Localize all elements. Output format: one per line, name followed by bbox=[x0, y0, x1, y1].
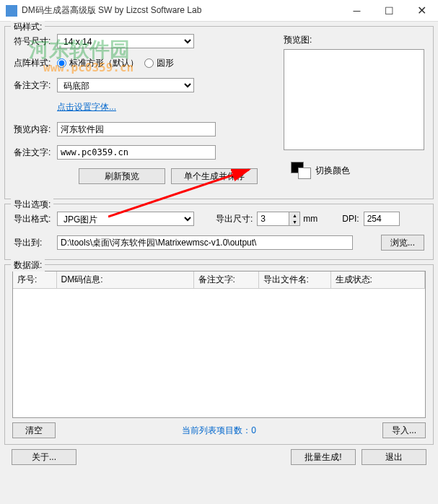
preview-content-label: 预览内容: bbox=[14, 123, 57, 136]
export-groupbox: 导出选项: 导出格式: JPG图片 导出尺寸: ▲▼ mm DPI: 导出到: … bbox=[4, 204, 434, 260]
size-spinner-buttons[interactable]: ▲▼ bbox=[289, 212, 300, 226]
radio-square[interactable]: 标准方形（默认） bbox=[57, 57, 139, 69]
remark-style-label: 备注文字: bbox=[14, 79, 57, 92]
export-format-select[interactable]: JPG图片 bbox=[57, 212, 194, 226]
remark-text-label: 备注文字: bbox=[14, 147, 57, 159]
remark-style-select[interactable]: 码底部 bbox=[57, 78, 194, 92]
export-size-label: 导出尺寸: bbox=[216, 213, 253, 225]
col-dm-info[interactable]: DM码信息: bbox=[56, 271, 193, 289]
preview-box bbox=[284, 49, 424, 150]
window-title: DM码生成器高级版 SW by Lizcst Software Lab bbox=[22, 4, 341, 17]
color-swap-control[interactable] bbox=[291, 162, 311, 179]
preview-content-input[interactable] bbox=[57, 122, 216, 136]
radio-round[interactable]: 圆形 bbox=[144, 57, 174, 69]
col-remark[interactable]: 备注文字: bbox=[193, 271, 258, 289]
dpi-input[interactable] bbox=[364, 212, 400, 226]
style-group-title: 码样式: bbox=[11, 21, 45, 33]
bottom-bar: 关于... 批量生成! 退出 bbox=[4, 449, 434, 465]
browse-button[interactable]: 浏览... bbox=[381, 235, 424, 251]
single-generate-button[interactable]: 单个生成并保存 bbox=[171, 168, 258, 184]
dpi-label: DPI: bbox=[342, 214, 359, 224]
radio-round-input[interactable] bbox=[144, 58, 154, 68]
size-unit-label: mm bbox=[303, 214, 317, 224]
clear-button[interactable]: 清空 bbox=[12, 422, 56, 438]
style-groupbox: 码样式: 预览图: 切换颜色 符号尺寸: 14 x 14 点阵样式: 标准方形（… bbox=[4, 26, 434, 199]
list-count-status: 当前列表项目数：0 bbox=[61, 425, 377, 437]
remark-text-input[interactable] bbox=[57, 145, 216, 160]
background-color-swatch bbox=[298, 168, 311, 179]
data-groupbox: 数据源: 序号: DM码信息: 备注文字: 导出文件名: 生成状态: 清空 当前… bbox=[4, 264, 434, 445]
symbol-size-select[interactable]: 14 x 14 bbox=[57, 34, 194, 48]
data-group-title: 数据源: bbox=[11, 259, 45, 271]
maximize-button[interactable]: ☐ bbox=[373, 0, 406, 22]
export-size-input[interactable] bbox=[257, 212, 289, 226]
exit-button[interactable]: 退出 bbox=[362, 449, 426, 465]
radio-square-input[interactable] bbox=[57, 58, 66, 68]
about-button[interactable]: 关于... bbox=[12, 449, 76, 465]
data-table[interactable]: 序号: DM码信息: 备注文字: 导出文件名: 生成状态: bbox=[12, 271, 426, 418]
col-filename[interactable]: 导出文件名: bbox=[258, 271, 330, 289]
dot-style-label: 点阵样式: bbox=[14, 57, 57, 69]
export-group-title: 导出选项: bbox=[11, 199, 53, 211]
preview-label: 预览图: bbox=[284, 34, 424, 46]
col-index[interactable]: 序号: bbox=[13, 271, 56, 289]
import-button[interactable]: 导入... bbox=[382, 422, 426, 438]
font-settings-link[interactable]: 点击设置字体... bbox=[57, 101, 116, 113]
preview-column: 预览图: 切换颜色 bbox=[284, 34, 424, 179]
titlebar: DM码生成器高级版 SW by Lizcst Software Lab ─ ☐ … bbox=[0, 0, 438, 22]
minimize-button[interactable]: ─ bbox=[341, 0, 373, 22]
refresh-preview-button[interactable]: 刷新预览 bbox=[79, 168, 165, 184]
symbol-size-label: 符号尺寸: bbox=[14, 35, 57, 48]
color-swap-label: 切换颜色 bbox=[315, 165, 350, 177]
app-icon bbox=[6, 5, 17, 17]
close-button[interactable]: ✕ bbox=[406, 0, 438, 22]
batch-generate-button[interactable]: 批量生成! bbox=[291, 449, 356, 465]
export-path-label: 导出到: bbox=[14, 237, 57, 249]
export-format-label: 导出格式: bbox=[14, 213, 57, 225]
export-path-input[interactable] bbox=[57, 235, 353, 250]
col-status[interactable]: 生成状态: bbox=[330, 271, 425, 289]
